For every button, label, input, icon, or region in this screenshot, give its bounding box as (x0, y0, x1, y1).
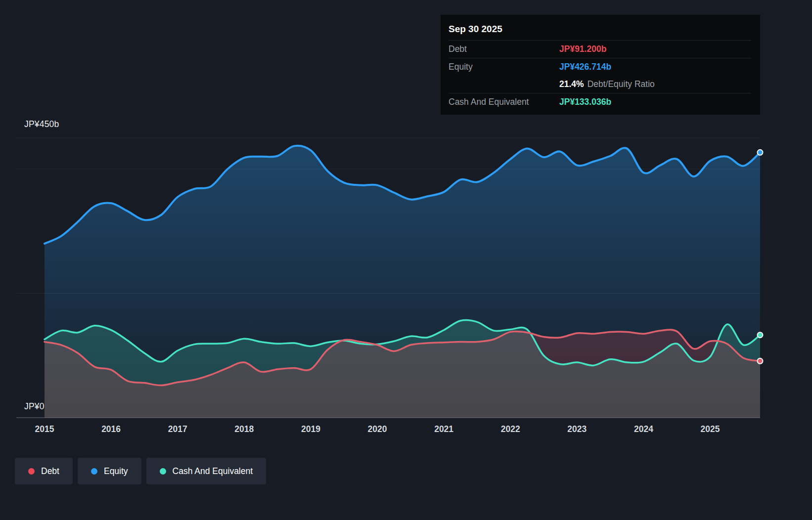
y-axis-label-max: JP¥450b (24, 119, 59, 130)
tooltip-cash-label: Cash And Equivalent (449, 97, 559, 107)
debt-dot-icon (28, 468, 35, 475)
legend-item-label: Cash And Equivalent (173, 466, 253, 477)
tooltip-debt-value: JP¥91.200b (559, 44, 606, 54)
tooltip-cash-value: JP¥133.036b (559, 97, 611, 107)
equity-dot-icon (91, 468, 97, 475)
tooltip-equity-label: Equity (449, 62, 559, 72)
x-axis: 2015201620172018201920202021202220232024… (0, 424, 812, 438)
x-axis-year-label: 2024 (634, 424, 653, 434)
tooltip-row-cash: Cash And Equivalent JP¥133.036b (449, 93, 751, 111)
x-axis-year-label: 2018 (234, 424, 254, 434)
tooltip-debt-label: Debt (449, 44, 559, 54)
cash-dot-icon (160, 468, 166, 475)
x-axis-year-label: 2025 (701, 424, 720, 434)
x-axis-year-label: 2021 (434, 424, 453, 434)
tooltip-ratio-value: 21.4% (559, 79, 584, 89)
debt-equity-history-chart: JP¥450b JP¥0 201520162017201820192020202… (0, 0, 812, 520)
tooltip-row-debt: Debt JP¥91.200b (449, 41, 751, 58)
tooltip-date: Sep 30 2025 (449, 20, 751, 41)
x-axis-year-label: 2023 (567, 424, 586, 434)
x-axis-year-label: 2020 (368, 424, 387, 434)
x-axis-year-label: 2022 (501, 424, 520, 434)
legend-item-equity[interactable]: Equity (78, 458, 141, 484)
legend-item-debt[interactable]: Debt (15, 458, 73, 484)
y-axis-label-zero: JP¥0 (24, 401, 45, 412)
tooltip-row-ratio: 21.4%Debt/Equity Ratio (449, 76, 751, 93)
x-axis-year-label: 2015 (35, 424, 54, 434)
x-axis-year-label: 2019 (301, 424, 320, 434)
x-axis-year-label: 2016 (101, 424, 121, 434)
legend-item-label: Debt (41, 466, 59, 477)
x-axis-year-label: 2017 (168, 424, 187, 434)
chart-tooltip: Sep 30 2025 Debt JP¥91.200b Equity JP¥42… (441, 15, 760, 115)
legend-item-cash[interactable]: Cash And Equivalent (146, 458, 266, 484)
tooltip-ratio-label: Debt/Equity Ratio (587, 79, 655, 89)
tooltip-row-equity: Equity JP¥426.714b (449, 58, 751, 76)
chart-legend: Debt Equity Cash And Equivalent (15, 458, 266, 484)
tooltip-equity-value: JP¥426.714b (559, 62, 611, 72)
legend-item-label: Equity (104, 466, 128, 477)
